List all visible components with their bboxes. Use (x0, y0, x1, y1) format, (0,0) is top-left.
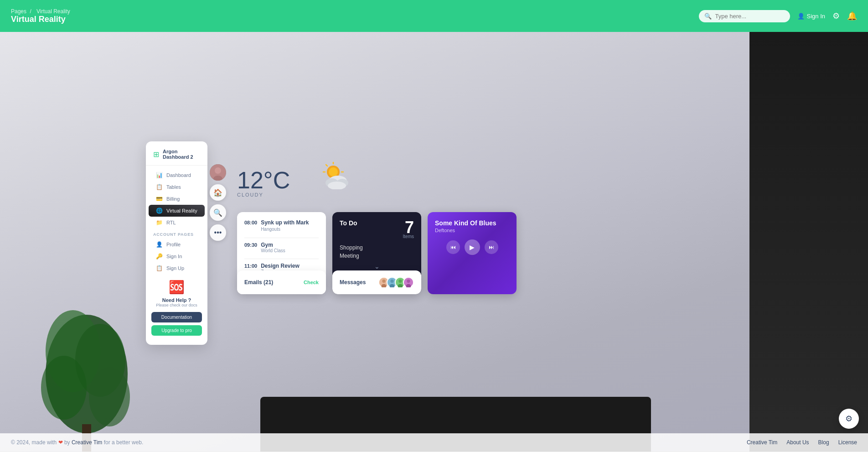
more-button[interactable]: ••• (210, 224, 226, 241)
sidebar-item-label: Tables (166, 184, 181, 190)
svg-point-25 (390, 280, 393, 283)
signin-button[interactable]: 👤 Sign In (797, 13, 825, 20)
prev-icon: ⏮ (450, 244, 456, 250)
schedule-sub-2: World Class (261, 248, 285, 253)
main-area: ⊞ Argon Dashboard 2 📊 Dashboard 📋 Tables… (0, 32, 868, 452)
sidebar-item-label: Billing (166, 196, 180, 202)
svg-point-28 (398, 280, 402, 283)
documentation-button[interactable]: Documentation (151, 312, 202, 322)
bottom-cards: Emails (21) Check Messages (237, 270, 421, 294)
schedule-time-1: 08:00 (244, 220, 257, 225)
breadcrumb: Pages / Virtual Reality (11, 8, 72, 15)
footer: © 2024, made with ❤ by Creative Tim for … (0, 433, 868, 452)
todo-item-2: Meeting (340, 253, 414, 259)
user-icon: 👤 (797, 13, 805, 20)
topnav: Pages / Virtual Reality Virtual Reality … (0, 0, 868, 32)
signup-icon: 📋 (156, 265, 163, 271)
music-play-button[interactable]: ▶ (465, 239, 480, 255)
schedule-time-2: 09:30 (244, 242, 257, 248)
sidebar-item-signup[interactable]: 📋 Sign Up (149, 262, 205, 274)
signin-label: Sign In (807, 13, 825, 20)
sidebar-item-label: Dashboard (166, 172, 191, 178)
footer-link-blog[interactable]: Blog (818, 439, 829, 446)
help-title: Need Help ? (151, 297, 202, 303)
signin-icon: 🔑 (156, 253, 163, 260)
avatar[interactable] (210, 164, 226, 181)
sidebar-item-label: Sign In (166, 254, 182, 259)
sidebar-brand: ⊞ Argon Dashboard 2 (146, 149, 207, 166)
next-icon: ⏭ (489, 244, 494, 250)
msg-avatar-4 (403, 277, 414, 288)
email-check-button[interactable]: Check (304, 280, 319, 285)
settings-icon[interactable]: ⚙ (832, 11, 840, 21)
music-next-button[interactable]: ⏭ (485, 240, 498, 254)
brand-icon: ⊞ (153, 150, 159, 159)
bell-icon[interactable]: 🔔 (847, 11, 857, 21)
schedule-title-2: Gym (261, 242, 285, 248)
gear-icon: ⚙ (845, 414, 852, 424)
breadcrumb-pages[interactable]: Pages (11, 8, 26, 15)
svg-point-10 (329, 167, 338, 177)
settings-fab-button[interactable]: ⚙ (839, 409, 859, 429)
footer-copyright: © 2024, made with ❤ by Creative Tim for … (11, 439, 143, 446)
sidebar-item-virtualreality[interactable]: 🌐 Virtual Reality (149, 205, 205, 217)
home-button[interactable]: 🏠 (210, 184, 226, 201)
help-icon: 🆘 (151, 280, 202, 295)
messages-avatars (378, 277, 414, 288)
search-wrapper: 🔍 (699, 10, 790, 22)
sidebar-item-rtl[interactable]: 📁 RTL (149, 217, 205, 229)
sidebar-item-tables[interactable]: 📋 Tables (149, 181, 205, 193)
sidebar: ⊞ Argon Dashboard 2 📊 Dashboard 📋 Tables… (146, 141, 207, 345)
todo-title: To Do (340, 219, 357, 227)
play-icon: ▶ (470, 244, 475, 251)
account-section-label: Account Pages (146, 229, 207, 239)
footer-link-creative-tim[interactable]: Creative Tim (747, 439, 777, 446)
weather-icon (317, 162, 354, 196)
todo-count: 7 (403, 219, 414, 236)
sidebar-item-label: Sign Up (166, 265, 184, 271)
schedule-title-3: Design Review (261, 263, 300, 269)
sidebar-item-label: RTL (166, 220, 176, 225)
footer-brand-link[interactable]: Creative Tim (72, 439, 102, 446)
music-artist: Deftones (435, 228, 509, 233)
schedule-item-1: 08:00 Synk up with Mark Hangouts (244, 219, 319, 232)
search-input[interactable] (699, 10, 790, 22)
svg-point-7 (215, 167, 221, 174)
sidebar-item-billing[interactable]: 💳 Billing (149, 193, 205, 205)
sidebar-item-label: Profile (166, 242, 181, 247)
svg-point-31 (407, 280, 410, 283)
topnav-right: 🔍 👤 Sign In ⚙ 🔔 (699, 10, 857, 22)
todo-more-button[interactable]: ⌄ (340, 263, 414, 270)
sidebar-item-signin[interactable]: 🔑 Sign In (149, 250, 205, 262)
email-label: Emails (21) (244, 279, 273, 286)
rtl-icon: 📁 (156, 219, 163, 226)
breadcrumb-current: Virtual Reality (36, 8, 70, 15)
billing-icon: 💳 (156, 196, 163, 202)
brand-name: Argon Dashboard 2 (163, 149, 200, 160)
tables-icon: 📋 (156, 184, 163, 190)
messages-card: Messages (332, 270, 421, 294)
breadcrumb-sep: / (30, 8, 31, 15)
weather-temperature: 12°C (237, 166, 290, 194)
profile-icon: 👤 (156, 241, 163, 248)
footer-links: Creative Tim About Us Blog License (747, 439, 857, 446)
music-card: Some Kind Of Blues Deftones ⏮ ▶ ⏭ (428, 212, 517, 294)
footer-link-license[interactable]: License (838, 439, 857, 446)
search-button[interactable]: 🔍 (210, 204, 226, 221)
page-title: Virtual Reality (11, 15, 72, 24)
weather-widget: 12°C CLOUDY (237, 166, 290, 197)
chevron-down-icon: ⌄ (374, 263, 380, 270)
avatar-column: 🏠 🔍 ••• (210, 164, 226, 241)
svg-line-15 (326, 165, 327, 166)
sidebar-item-dashboard[interactable]: 📊 Dashboard (149, 169, 205, 181)
schedule-title-1: Synk up with Mark Hangouts (261, 219, 319, 232)
sidebar-item-label: Virtual Reality (166, 208, 197, 213)
footer-link-about-us[interactable]: About Us (786, 439, 809, 446)
schedule-item-2: 09:30 Gym World Class (244, 242, 319, 253)
todo-item-1: Shopping (340, 244, 414, 251)
music-prev-button[interactable]: ⏮ (446, 240, 460, 254)
messages-label: Messages (340, 279, 366, 286)
sidebar-item-profile[interactable]: 👤 Profile (149, 239, 205, 250)
upgrade-button[interactable]: Upgrade to pro (151, 325, 202, 336)
music-controls: ⏮ ▶ ⏭ (435, 239, 509, 255)
